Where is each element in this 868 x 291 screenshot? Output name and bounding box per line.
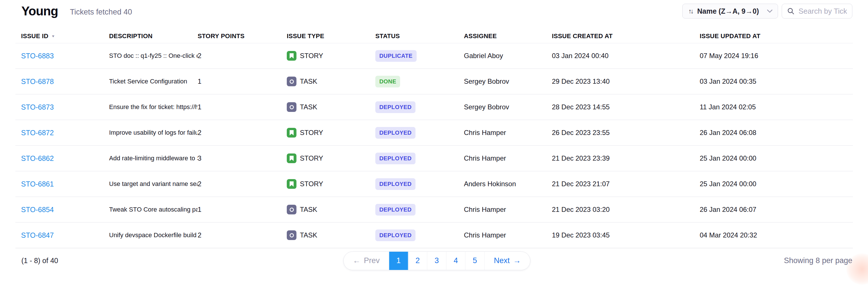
ticket-id-link[interactable]: STO-6878	[21, 77, 54, 86]
ticket-issue-type: TASK	[287, 102, 375, 112]
table-footer: (1 - 8) of 40 ← Prev 1 2 3 4 5 Next → Sh…	[21, 256, 852, 265]
table-row: STO-6883 STO doc :: q1-fy25 :: One-click…	[16, 43, 853, 69]
issue-type-label: TASK	[300, 205, 317, 214]
status-badge: DONE	[375, 76, 400, 88]
col-header-status: STATUS	[375, 32, 464, 40]
ticket-updated-at: 25 Jan 2024 00:00	[700, 180, 853, 188]
issue-type-icon	[287, 179, 297, 189]
ticket-id-link[interactable]: STO-6861	[21, 180, 54, 188]
table-row: STO-6847 Unify devspace Dockerfile build…	[16, 223, 853, 248]
search-icon	[787, 7, 795, 15]
story-bookmark-icon	[290, 130, 293, 135]
issue-type-label: STORY	[300, 129, 323, 137]
issue-type-label: STORY	[300, 154, 323, 162]
sort-dropdown[interactable]: ↑↓ Name (Z→A, 9→0)	[682, 4, 778, 19]
prev-page-button[interactable]: ← Prev	[344, 252, 389, 270]
ticket-id-link[interactable]: STO-6854	[21, 205, 54, 214]
task-circle-icon	[290, 79, 294, 84]
ticket-description: Add rate-limiting middleware to S...	[109, 155, 198, 162]
task-circle-icon	[290, 233, 294, 237]
ticket-story-points: 1	[198, 103, 287, 111]
search-box[interactable]	[782, 4, 852, 19]
ticket-created-at: 28 Dec 2023 14:55	[552, 103, 700, 111]
tickets-fetched-label: Tickets fetched 40	[70, 6, 132, 17]
ticket-story-points: 2	[198, 129, 287, 137]
ticket-id-link[interactable]: STO-6872	[21, 129, 54, 137]
col-header-issue-id[interactable]: ISSUE ID ▼	[21, 32, 109, 40]
ticket-issue-type: TASK	[287, 230, 375, 240]
ticket-story-points: 2	[198, 52, 287, 60]
results-range-label: (1 - 8) of 40	[21, 257, 58, 265]
ticket-id-link[interactable]: STO-6873	[21, 103, 54, 111]
issue-type-icon	[287, 230, 297, 240]
issue-type-label: STORY	[300, 52, 323, 60]
table-row: STO-6873 Ensure the fix for ticket: http…	[16, 95, 853, 120]
issue-type-icon	[287, 205, 297, 215]
next-arrow-icon: →	[513, 256, 521, 265]
ticket-created-at: 21 Dec 2023 21:07	[552, 180, 700, 188]
ticket-issue-type: STORY	[287, 154, 375, 163]
col-header-issue-updated-at: ISSUE UPDATED AT	[700, 32, 853, 40]
sort-arrows-icon: ↑↓	[688, 7, 692, 15]
ticket-story-points: 2	[198, 231, 287, 239]
status-badge: DEPLOYED	[375, 101, 415, 113]
ticket-assignee: Chris Hamper	[464, 129, 552, 137]
ticket-id-link[interactable]: STO-6883	[21, 52, 54, 60]
ticket-updated-at: 07 May 2024 19:16	[700, 52, 853, 60]
ticket-issue-type: TASK	[287, 205, 375, 215]
ticket-updated-at: 11 Jan 2024 02:05	[700, 103, 853, 111]
page-button-3[interactable]: 3	[428, 252, 446, 270]
issue-type-label: TASK	[300, 77, 317, 86]
next-page-button[interactable]: Next →	[485, 252, 530, 270]
status-badge: DEPLOYED	[375, 127, 415, 139]
ticket-story-points: 1	[198, 77, 287, 86]
story-bookmark-icon	[290, 182, 293, 187]
ticket-updated-at: 25 Jan 2024 00:00	[700, 154, 853, 162]
prev-arrow-icon: ←	[353, 256, 361, 265]
ticket-created-at: 26 Dec 2023 23:55	[552, 129, 700, 137]
ticket-created-at: 21 Dec 2023 23:39	[552, 154, 700, 162]
issue-type-icon	[287, 76, 297, 86]
page-button-5[interactable]: 5	[466, 252, 485, 270]
ticket-updated-at: 03 Jan 2024 00:35	[700, 77, 853, 86]
status-badge: DUPLICATE	[375, 50, 416, 62]
page-button-2[interactable]: 2	[408, 252, 428, 270]
issue-type-icon	[287, 154, 297, 163]
page-title: Young	[21, 4, 58, 18]
col-header-assignee: ASSIGNEE	[464, 32, 552, 40]
ticket-assignee: Chris Hamper	[464, 205, 552, 214]
ticket-created-at: 03 Jan 2024 00:40	[552, 52, 700, 60]
chevron-down-icon	[767, 9, 773, 13]
table-row: STO-6872 Improve usability of logs for f…	[16, 120, 853, 146]
ticket-issue-type: STORY	[287, 128, 375, 137]
col-header-description: DESCRIPTION	[109, 32, 198, 40]
ticket-created-at: 21 Dec 2023 03:20	[552, 205, 700, 214]
page-button-4[interactable]: 4	[446, 252, 466, 270]
story-bookmark-icon	[290, 156, 293, 161]
search-input[interactable]	[799, 7, 847, 15]
issue-type-label: TASK	[300, 103, 317, 111]
ticket-assignee: Chris Hamper	[464, 231, 552, 239]
page-button-1[interactable]: 1	[389, 252, 408, 270]
ticket-id-link[interactable]: STO-6847	[21, 231, 54, 239]
ticket-updated-at: 26 Jan 2024 06:08	[700, 129, 853, 137]
ticket-created-at: 29 Dec 2023 13:40	[552, 77, 700, 86]
ticket-description: Unify devspace Dockerfile build	[109, 231, 198, 239]
ticket-id-link[interactable]: STO-6862	[21, 154, 54, 162]
issue-type-icon	[287, 128, 297, 137]
ticket-created-at: 19 Dec 2023 03:45	[552, 231, 700, 239]
tickets-table: ISSUE ID ▼ DESCRIPTION STORY POINTS ISSU…	[16, 29, 853, 248]
ticket-issue-type: TASK	[287, 76, 375, 86]
ticket-assignee: Sergey Bobrov	[464, 103, 552, 111]
sort-dropdown-label: Name (Z→A, 9→0)	[697, 7, 759, 15]
task-circle-icon	[290, 207, 294, 212]
status-badge: DEPLOYED	[375, 229, 415, 241]
ticket-story-points: 2	[198, 180, 287, 188]
col-header-issue-created-at: ISSUE CREATED AT	[552, 32, 700, 40]
col-header-issue-type: ISSUE TYPE	[287, 32, 375, 40]
sort-desc-icon: ▼	[51, 34, 55, 38]
ticket-description: Tweak STO Core autoscaling par...	[109, 206, 198, 213]
issue-type-icon	[287, 102, 297, 112]
ticket-assignee: Sergey Bobrov	[464, 77, 552, 86]
table-row: STO-6854 Tweak STO Core autoscaling par.…	[16, 197, 853, 223]
